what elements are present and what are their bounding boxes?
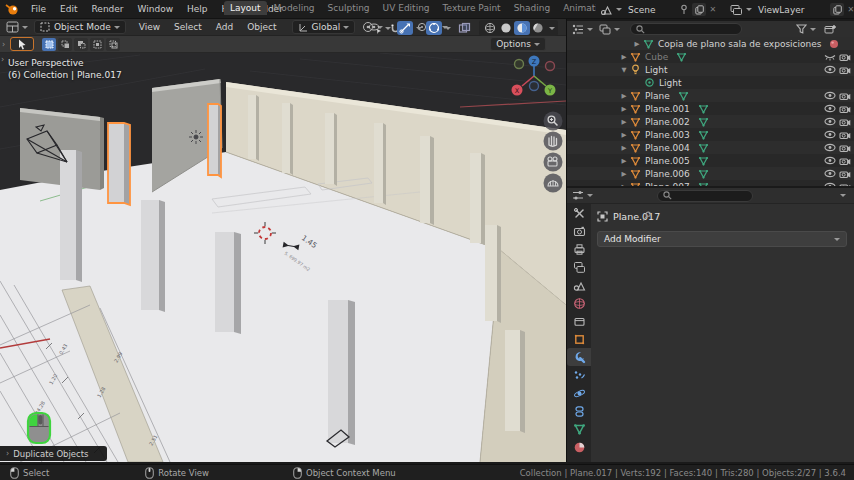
outliner-display-mode-dropdown[interactable] bbox=[597, 22, 622, 36]
transform-orientation-dropdown[interactable]: Global bbox=[292, 20, 356, 34]
object-type-visibility-dropdown[interactable] bbox=[366, 21, 393, 35]
outliner-item-name[interactable]: Light bbox=[659, 78, 681, 88]
viewport-menu-add[interactable]: Add bbox=[209, 19, 240, 35]
menu-help[interactable]: Help bbox=[180, 0, 215, 19]
outliner-item-name[interactable]: Plane bbox=[645, 91, 670, 101]
select-mode-subtract[interactable] bbox=[74, 38, 88, 51]
outliner-item-plane-006[interactable]: ▶Plane.006 bbox=[567, 167, 854, 180]
pin-icon[interactable] bbox=[642, 211, 652, 222]
selected-pillar[interactable] bbox=[208, 104, 221, 177]
new-viewlayer-button[interactable] bbox=[830, 3, 844, 16]
hide-in-viewport-toggle[interactable] bbox=[824, 143, 836, 152]
outliner-item-name[interactable]: Light bbox=[645, 65, 667, 75]
disclosure-closed-icon[interactable]: ▶ bbox=[618, 157, 630, 165]
properties-tab-constraints[interactable] bbox=[567, 402, 591, 420]
menu-edit[interactable]: Edit bbox=[53, 0, 84, 19]
outliner-item-plane-004[interactable]: ▶Plane.004 bbox=[567, 141, 854, 154]
outliner-item-name[interactable]: Plane.005 bbox=[645, 156, 690, 166]
gizmo-axis-neg-y[interactable] bbox=[515, 60, 524, 69]
unlink-scene-icon[interactable]: ✕ bbox=[709, 5, 716, 14]
disable-in-renders-toggle[interactable] bbox=[839, 130, 851, 140]
shading-material-button[interactable] bbox=[514, 21, 530, 35]
disclosure-open-icon[interactable]: ▼ bbox=[618, 66, 630, 74]
properties-tab-object[interactable] bbox=[567, 330, 591, 348]
disable-in-renders-toggle[interactable] bbox=[839, 156, 851, 166]
options-dropdown[interactable]: Options bbox=[490, 37, 546, 51]
outliner-item-copia-de-plano-sala-de-exposiciones[interactable]: ▶Copia de plano sala de exposiciones bbox=[567, 37, 854, 50]
pillar[interactable] bbox=[420, 136, 434, 225]
disable-in-renders-toggle[interactable] bbox=[839, 143, 851, 153]
outliner-item-name[interactable]: Plane.002 bbox=[645, 117, 690, 127]
hide-in-viewport-toggle[interactable] bbox=[824, 130, 836, 139]
disclosure-closed-icon[interactable]: ▶ bbox=[618, 131, 630, 139]
disable-in-renders-toggle[interactable] bbox=[839, 65, 851, 75]
shading-solid-button[interactable] bbox=[498, 21, 514, 35]
pillar[interactable] bbox=[141, 200, 165, 312]
properties-editor-dropdown[interactable] bbox=[570, 189, 595, 203]
disclosure-closed-icon[interactable]: ▶ bbox=[618, 53, 630, 61]
hide-in-viewport-toggle[interactable] bbox=[824, 52, 836, 61]
pillar[interactable] bbox=[485, 225, 501, 323]
properties-tab-collection[interactable] bbox=[567, 312, 591, 330]
properties-tab-physics[interactable] bbox=[567, 384, 591, 402]
viewport-menu-select[interactable]: Select bbox=[167, 19, 209, 35]
workspace-tab-modeling[interactable]: Modeling bbox=[268, 1, 321, 15]
properties-tab-tool[interactable] bbox=[567, 204, 591, 222]
workspace-tab-sculpting[interactable]: Sculpting bbox=[322, 1, 376, 15]
hide-in-viewport-toggle[interactable] bbox=[824, 91, 836, 100]
remove-viewlayer-icon[interactable]: ✕ bbox=[847, 5, 854, 14]
editor-type-dropdown[interactable] bbox=[4, 20, 30, 34]
selected-pillar[interactable] bbox=[108, 123, 130, 205]
pan-button[interactable] bbox=[544, 132, 563, 151]
outliner-item-plane[interactable]: ▶Plane bbox=[567, 89, 854, 102]
outliner-editor-dropdown[interactable] bbox=[570, 22, 595, 36]
outliner-filter-dropdown[interactable] bbox=[794, 22, 818, 36]
outliner-item-name[interactable]: Plane.006 bbox=[645, 169, 690, 179]
3d-viewport[interactable]: 1.45 S. 699.97 m2 1.282.992.511.2034.280… bbox=[0, 53, 566, 462]
pillar[interactable] bbox=[470, 153, 485, 245]
viewport-menu-object[interactable]: Object bbox=[240, 19, 283, 35]
menu-render[interactable]: Render bbox=[85, 0, 131, 19]
hide-in-viewport-toggle[interactable] bbox=[824, 104, 836, 113]
disclosure-closed-icon[interactable]: ▶ bbox=[631, 40, 643, 48]
camera-view-button[interactable] bbox=[544, 153, 563, 172]
disclosure-closed-icon[interactable]: ▶ bbox=[618, 92, 630, 100]
shading-dropdown-caret[interactable] bbox=[549, 27, 555, 30]
disable-in-renders-toggle[interactable] bbox=[839, 182, 851, 186]
select-mode-extend[interactable] bbox=[58, 38, 72, 51]
show-overlays-toggle[interactable] bbox=[426, 21, 442, 35]
properties-tab-output[interactable] bbox=[567, 240, 591, 258]
properties-tab-material[interactable] bbox=[567, 438, 591, 456]
active-tool-select-box[interactable] bbox=[10, 37, 34, 51]
hide-in-viewport-toggle[interactable] bbox=[824, 169, 836, 178]
outliner-item-plane-001[interactable]: ▶Plane.001 bbox=[567, 102, 854, 115]
zoom-button[interactable] bbox=[544, 112, 563, 131]
pillar[interactable] bbox=[374, 123, 386, 205]
workspace-tab-layout[interactable]: Layout bbox=[224, 1, 267, 15]
menu-window[interactable]: Window bbox=[131, 0, 181, 19]
hide-in-viewport-toggle[interactable] bbox=[824, 65, 836, 74]
outliner-item-name[interactable]: Plane.003 bbox=[645, 130, 690, 140]
shading-rendered-button[interactable] bbox=[530, 21, 546, 35]
disclosure-closed-icon[interactable]: ▶ bbox=[618, 118, 630, 126]
outliner-item-name[interactable]: Plane.001 bbox=[645, 104, 690, 114]
outliner-item-light[interactable]: ▼Light bbox=[567, 63, 854, 76]
show-gizmo-toggle[interactable] bbox=[397, 21, 413, 35]
ortho-toggle-button[interactable] bbox=[544, 174, 563, 193]
properties-tab-scene[interactable] bbox=[567, 276, 591, 294]
new-collection-button[interactable] bbox=[822, 22, 838, 36]
new-scene-button[interactable] bbox=[692, 3, 706, 16]
outliner-item-plane-005[interactable]: ▶Plane.005 bbox=[567, 154, 854, 167]
disclosure-closed-icon[interactable]: ▶ bbox=[618, 144, 630, 152]
workspace-tab-shading[interactable]: Shading bbox=[508, 1, 557, 15]
operator-panel[interactable]: › Duplicate Objects bbox=[0, 446, 107, 461]
tool-header-expand-icon[interactable]: › bbox=[2, 40, 5, 49]
viewport-menu-view[interactable]: View bbox=[132, 19, 167, 35]
outliner-item-name[interactable]: Plane.004 bbox=[645, 143, 690, 153]
workspace-tab-animation[interactable]: Animation bbox=[557, 1, 596, 15]
menu-file[interactable]: File bbox=[24, 0, 53, 19]
outliner-item-name[interactable]: Plane.007 bbox=[645, 182, 690, 187]
outliner-item-cube[interactable]: ▶Cube bbox=[567, 50, 854, 63]
operator-expand-icon[interactable]: › bbox=[6, 449, 9, 458]
properties-tab-world[interactable] bbox=[567, 294, 591, 312]
